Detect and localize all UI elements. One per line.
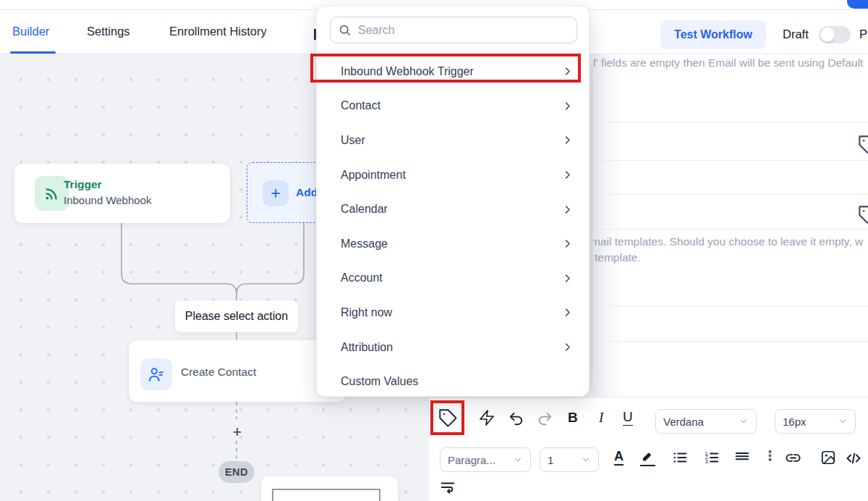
field-divider: [600, 194, 868, 195]
line-height-select[interactable]: 1: [540, 447, 599, 472]
field-divider: [600, 229, 868, 230]
font-size-select[interactable]: 16px: [775, 409, 856, 434]
menu-item-message[interactable]: Message: [317, 227, 589, 261]
lightning-icon[interactable]: [478, 409, 495, 426]
partial-bottom-node[interactable]: [261, 476, 398, 501]
menu-item-right-now[interactable]: Right now: [317, 295, 589, 330]
actions-dropdown: Inbound Webhook Trigger Contact User App…: [316, 6, 590, 397]
redo-icon[interactable]: [537, 411, 553, 427]
field-divider: [600, 122, 868, 122]
tag-icon[interactable]: [438, 408, 458, 428]
create-contact-label: Create Contact: [181, 366, 256, 379]
highlight-icon[interactable]: [640, 448, 655, 466]
menu-item-calendar[interactable]: Calendar: [317, 192, 589, 227]
create-contact-node[interactable]: Create Contact: [129, 340, 346, 402]
trigger-node-subtitle: Inbound Webhook: [64, 194, 152, 206]
link-icon[interactable]: [785, 450, 801, 466]
test-workflow-button[interactable]: Test Workflow: [660, 20, 766, 49]
active-tab-underline: [10, 51, 56, 54]
field-divider: [600, 341, 868, 342]
toggle-knob: [820, 28, 835, 42]
bullet-list-icon[interactable]: [672, 450, 688, 466]
italic-button[interactable]: I: [599, 411, 603, 424]
chevron-down-icon: [581, 455, 591, 465]
chevron-right-icon: [562, 169, 573, 180]
trigger-node-title: Trigger: [64, 178, 102, 191]
search-icon: [338, 23, 352, 38]
select-action-label: Please select action: [175, 300, 298, 332]
end-node: END: [218, 461, 255, 483]
menu-item-custom-values[interactable]: Custom Values: [317, 364, 589, 399]
bold-button[interactable]: B: [568, 411, 578, 424]
rich-text-editor-toolbar: B I U Verdana 16px Paragra... 1 A 1. 2. …: [428, 397, 868, 501]
menu-item-attribution[interactable]: Attribution: [317, 330, 589, 365]
menu-item-account[interactable]: Account: [317, 261, 589, 296]
search-input[interactable]: [358, 24, 569, 37]
text-color-button[interactable]: A: [614, 450, 624, 466]
font-family-select[interactable]: Verdana: [655, 409, 757, 434]
publish-label-fragment: Pu: [859, 28, 868, 41]
helper-text-line2: template.: [595, 251, 641, 264]
dropdown-menu-list: Inbound Webhook Trigger Contact User App…: [317, 54, 589, 399]
menu-item-contact[interactable]: Contact: [317, 89, 589, 124]
helper-text-line1: mail templates. Should you choose to lea…: [593, 235, 863, 248]
chevron-right-icon: [562, 238, 573, 249]
underline-button[interactable]: U: [623, 410, 633, 426]
wrap-text-icon[interactable]: [440, 479, 456, 495]
image-icon[interactable]: [820, 450, 836, 466]
menu-item-user[interactable]: User: [317, 123, 589, 158]
trigger-node[interactable]: Trigger Inbound Webhook: [14, 164, 230, 223]
publish-toggle[interactable]: [819, 26, 851, 43]
more-icon[interactable]: ⋮: [763, 449, 777, 463]
ordered-list-icon[interactable]: 1. 2. 3.: [704, 450, 720, 466]
paragraph-style-select[interactable]: Paragra...: [440, 447, 531, 472]
draft-label: Draft: [783, 28, 809, 41]
field-divider: [600, 160, 868, 161]
chevron-right-icon: [562, 307, 573, 318]
tag-icon[interactable]: [858, 205, 868, 225]
helper-text-top: l' fields are empty then Email will be s…: [593, 56, 863, 70]
chevron-down-icon: [838, 416, 848, 426]
chevron-right-icon: [562, 66, 573, 77]
chevron-right-icon: [562, 342, 573, 353]
settings-panel: l' fields are empty then Email will be s…: [593, 54, 868, 397]
chevron-right-icon: [562, 204, 573, 215]
field-divider: [600, 306, 868, 306]
code-icon[interactable]: [845, 450, 862, 467]
tab-settings[interactable]: Settings: [87, 25, 130, 38]
publish-button-fragment[interactable]: [847, 0, 868, 9]
undo-icon[interactable]: [508, 411, 524, 427]
menu-item-appointment[interactable]: Appointment: [317, 158, 589, 193]
svg-text:3.: 3.: [705, 459, 710, 464]
chevron-right-icon: [562, 273, 573, 284]
chevron-down-icon: [513, 455, 523, 465]
tab-enrollment-history[interactable]: Enrollment History: [169, 25, 267, 38]
user-icon: [140, 358, 172, 390]
chevron-right-icon: [562, 101, 573, 111]
chevron-down-icon: [739, 416, 749, 426]
add-label: Add: [296, 186, 318, 199]
partial-input-box[interactable]: [272, 489, 380, 501]
add-step-plus-button[interactable]: +: [229, 423, 246, 442]
chevron-right-icon: [562, 135, 573, 146]
search-box[interactable]: [330, 17, 577, 43]
plus-icon: +: [263, 180, 289, 206]
align-icon[interactable]: [734, 450, 750, 466]
tab-builder[interactable]: Builder: [12, 25, 49, 38]
tag-icon[interactable]: [858, 135, 868, 155]
menu-item-inbound-webhook-trigger[interactable]: Inbound Webhook Trigger: [317, 54, 589, 89]
